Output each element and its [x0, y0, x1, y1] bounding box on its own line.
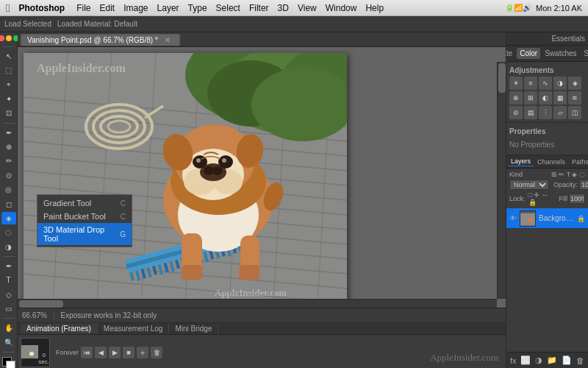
anim-play-button[interactable]: ▶ — [109, 347, 121, 358]
anim-new-frame-button[interactable]: + — [137, 347, 148, 358]
move-tool[interactable]: ↖ — [1, 50, 16, 63]
svg-rect-72 — [182, 265, 202, 280]
popup-paint-bucket-tool[interactable]: Paint Bucket Tool C — [37, 210, 132, 223]
new-layer-button[interactable]: 📄 — [562, 355, 572, 365]
lasso-tool[interactable]: ⌖ — [1, 79, 16, 91]
menu-edit[interactable]: Edit — [99, 3, 115, 13]
close-button[interactable] — [0, 35, 4, 41]
channels-tab[interactable]: Channels — [534, 158, 568, 166]
menu-3d[interactable]: 3D — [278, 3, 289, 13]
toolbar-separator — [3, 46, 15, 47]
posterize-button[interactable]: ▤ — [524, 106, 537, 119]
history-tool[interactable]: ◎ — [1, 183, 16, 196]
photoshop-canvas[interactable]: AppleInsider.com AppleInsider.com — [24, 53, 347, 303]
measurement-log-tab[interactable]: Measurement Log — [98, 323, 170, 334]
marquee-tool[interactable]: ⬚ — [1, 64, 16, 77]
menu-view[interactable]: View — [298, 3, 317, 13]
svg-point-63 — [204, 166, 214, 175]
load-selected-label: Load Selected — [4, 20, 51, 28]
opacity-label: Opacity: — [553, 181, 578, 188]
crop-tool[interactable]: ⊡ — [1, 107, 16, 119]
right-panel: Essentials Create Color Swatches Styles … — [506, 32, 588, 368]
healing-tool[interactable]: ⊕ — [1, 141, 16, 153]
hand-tool[interactable]: ✋ — [1, 322, 16, 334]
color-swatch[interactable] — [2, 357, 15, 368]
hue-saturation-button[interactable]: ⊕ — [509, 91, 523, 105]
opacity-input[interactable] — [579, 180, 588, 190]
menu-window[interactable]: Window — [326, 3, 357, 13]
shape-tool[interactable]: ▭ — [1, 302, 16, 315]
lock-icons: □ ✛ ↔ 🔒 — [528, 191, 556, 206]
minimize-button[interactable] — [6, 35, 12, 41]
mini-bridge-tab[interactable]: Mini Bridge — [169, 323, 218, 334]
properties-label: Properties — [509, 126, 585, 138]
eyedropper-tool[interactable]: ✒ — [1, 127, 16, 139]
anim-delete-frame-button[interactable]: 🗑 — [151, 347, 162, 358]
close-tab-icon[interactable]: ✕ — [165, 36, 171, 44]
canvas-horizontal-scrollbar[interactable] — [18, 299, 497, 308]
exposure-button[interactable]: ◑ — [553, 77, 567, 90]
channel-mixer-button[interactable]: ≋ — [568, 91, 581, 105]
menu-image[interactable]: Image — [123, 3, 148, 13]
anim-stop-button[interactable]: ■ — [123, 347, 135, 358]
delete-layer-button[interactable]: 🗑 — [576, 356, 584, 365]
brush-tool[interactable]: ✏ — [1, 155, 16, 167]
levels-button[interactable]: ≡ — [524, 77, 537, 90]
animation-frames-tab[interactable]: Animation (Frames) — [21, 323, 98, 334]
menu-layer[interactable]: Layer — [157, 3, 179, 13]
color-balance-button[interactable]: ⊞ — [524, 91, 537, 105]
document-tab[interactable]: Vanishing Point.psd @ 66.7% (RGB/8) * ✕ — [21, 34, 180, 46]
anim-prev-frame-button[interactable]: ◀ — [95, 347, 107, 358]
vibrance-button[interactable]: ◈ — [568, 77, 581, 90]
paths-tab[interactable]: Paths — [569, 158, 588, 166]
toolbar-separator-5 — [3, 352, 15, 353]
system-icons: 🔋📶🔊 — [505, 4, 531, 12]
popup-3d-material-drop-tool[interactable]: 3D Material Drop Tool G — [37, 223, 132, 245]
threshold-button[interactable]: ⋮ — [539, 106, 552, 119]
fill-input[interactable] — [569, 194, 585, 204]
layer-visibility-icon[interactable]: 👁 — [509, 214, 517, 222]
selective-color-button[interactable]: ◫ — [568, 106, 581, 119]
black-white-button[interactable]: ◐ — [539, 91, 552, 105]
material-default-label: Loaded Material: Default — [57, 20, 137, 28]
apple-menu[interactable]:  — [6, 1, 10, 14]
quick-select-tool[interactable]: ✦ — [1, 93, 16, 105]
new-group-button[interactable]: 📁 — [547, 355, 557, 365]
add-style-button[interactable]: fx — [510, 356, 517, 365]
invert-button[interactable]: ⊘ — [509, 106, 523, 119]
popup-gradient-tool[interactable]: Gradient Tool C — [37, 197, 132, 210]
blur-tool[interactable]: ◌ — [1, 226, 16, 238]
animation-frame-1[interactable]: 0 sec. — [21, 338, 50, 367]
path-tool[interactable]: ◇ — [1, 288, 16, 300]
curves-button[interactable]: ∿ — [539, 77, 552, 90]
dodge-tool[interactable]: ◑ — [1, 240, 16, 252]
menu-filter[interactable]: Filter — [249, 3, 269, 13]
layers-tab[interactable]: Layers — [508, 157, 534, 166]
brightness-contrast-button[interactable]: ☀ — [509, 77, 523, 90]
new-fill-adjustment-button[interactable]: ◑ — [535, 355, 542, 365]
layer-background[interactable]: 👁 Background 🔒 — [506, 208, 588, 229]
menu-help[interactable]: Help — [365, 3, 384, 13]
anim-first-frame-button[interactable]: ⏮ — [81, 347, 93, 358]
color-tab[interactable]: Color — [517, 48, 540, 59]
styles-tab[interactable]: Styles — [581, 48, 588, 59]
svg-rect-74 — [239, 265, 259, 280]
menu-select[interactable]: Select — [216, 3, 240, 13]
pen-tool[interactable]: ✒ — [1, 260, 16, 272]
canvas-vertical-scrollbar[interactable] — [497, 62, 506, 299]
swatches-tab[interactable]: Swatches — [542, 48, 579, 59]
eraser-tool[interactable]: ◻ — [1, 197, 16, 210]
add-mask-button[interactable]: ⬜ — [520, 355, 531, 365]
photo-filter-button[interactable]: ▦ — [553, 91, 567, 105]
blend-mode-select[interactable]: Normal — [509, 180, 549, 190]
text-tool[interactable]: T — [1, 274, 16, 286]
menu-type[interactable]: Type — [188, 3, 207, 13]
menu-file[interactable]: File — [76, 3, 90, 13]
options-bar: Load Selected Loaded Material: Default — [0, 16, 588, 32]
gradient-tool[interactable]: ◈ — [1, 212, 16, 224]
clone-tool[interactable]: ⊙ — [1, 169, 16, 182]
kind-label: Kind — [509, 171, 523, 178]
zoom-tool[interactable]: 🔍 — [1, 336, 16, 348]
lock-label: Lock: — [509, 195, 526, 202]
gradient-map-button[interactable]: ▱ — [553, 106, 567, 119]
